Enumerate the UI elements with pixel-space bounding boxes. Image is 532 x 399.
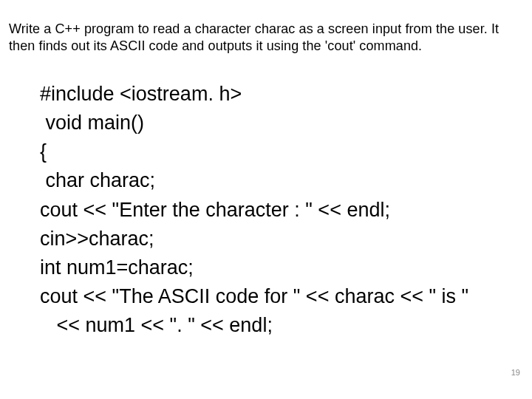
code-line: void main() <box>40 109 523 137</box>
page-number: 19 <box>511 368 520 377</box>
code-line: cout << "The ASCII code for " << charac … <box>40 282 523 311</box>
code-block: #include <iostream. h> void main() { cha… <box>40 80 523 340</box>
code-line: #include <iostream. h> <box>40 80 523 109</box>
code-line: << num1 << ". " << endl; <box>40 311 523 340</box>
code-line: { <box>40 137 523 166</box>
code-line: char charac; <box>40 166 523 195</box>
code-line: int num1=charac; <box>40 253 523 282</box>
problem-statement: Write a C++ program to read a character … <box>9 21 523 55</box>
code-line: cout << "Enter the character : " << endl… <box>40 196 523 225</box>
slide: Write a C++ program to read a character … <box>0 0 532 399</box>
code-line: cin>>charac; <box>40 225 523 253</box>
